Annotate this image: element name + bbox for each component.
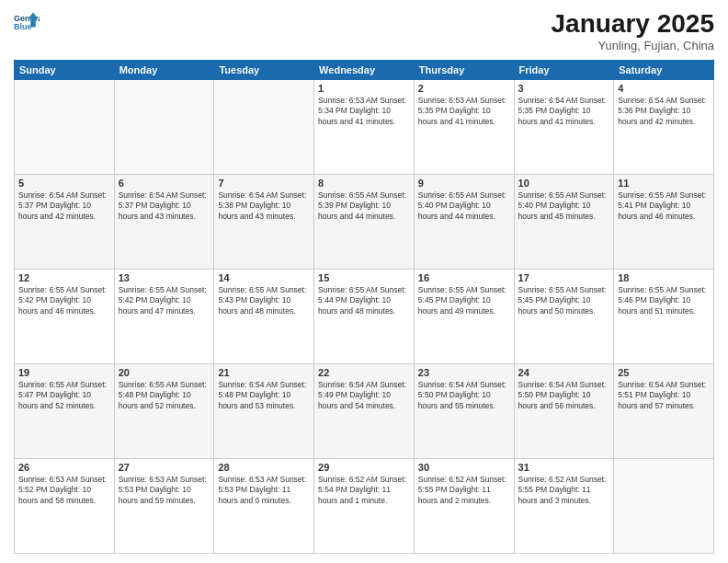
cell-info: Sunrise: 6:55 AM Sunset: 5:40 PM Dayligh… <box>418 190 510 222</box>
cell-info: Sunrise: 6:53 AM Sunset: 5:53 PM Dayligh… <box>119 475 210 506</box>
cell-w3-d2: 13Sunrise: 6:55 AM Sunset: 5:42 PM Dayli… <box>114 270 214 364</box>
day-number: 22 <box>318 367 410 378</box>
svg-text:Blue: Blue <box>14 22 32 31</box>
cell-w4-d3: 21Sunrise: 6:54 AM Sunset: 5:48 PM Dayli… <box>214 364 314 459</box>
logo-icon: General Blue <box>14 9 40 35</box>
col-wednesday: Wednesday <box>314 61 415 80</box>
day-number: 14 <box>218 272 310 283</box>
cell-w1-d2 <box>114 80 214 175</box>
cell-w3-d1: 12Sunrise: 6:55 AM Sunset: 5:42 PM Dayli… <box>15 270 115 364</box>
cell-info: Sunrise: 6:54 AM Sunset: 5:37 PM Dayligh… <box>119 190 210 222</box>
cell-info: Sunrise: 6:54 AM Sunset: 5:49 PM Dayligh… <box>318 380 410 411</box>
day-number: 20 <box>119 367 210 378</box>
cell-w5-d5: 30Sunrise: 6:52 AM Sunset: 5:55 PM Dayli… <box>414 459 514 554</box>
cell-info: Sunrise: 6:55 AM Sunset: 5:42 PM Dayligh… <box>119 285 210 316</box>
cell-info: Sunrise: 6:54 AM Sunset: 5:50 PM Dayligh… <box>418 380 510 411</box>
cell-w1-d5: 2Sunrise: 6:53 AM Sunset: 5:35 PM Daylig… <box>414 80 514 175</box>
cell-w5-d6: 31Sunrise: 6:52 AM Sunset: 5:55 PM Dayli… <box>514 459 614 554</box>
day-number: 8 <box>318 178 410 189</box>
day-number: 16 <box>418 272 510 283</box>
month-title: January 2025 <box>552 9 714 39</box>
cell-info: Sunrise: 6:52 AM Sunset: 5:55 PM Dayligh… <box>518 475 610 506</box>
col-tuesday: Tuesday <box>214 61 314 80</box>
cell-w5-d1: 26Sunrise: 6:53 AM Sunset: 5:52 PM Dayli… <box>15 459 115 554</box>
cell-w5-d4: 29Sunrise: 6:52 AM Sunset: 5:54 PM Dayli… <box>314 459 415 554</box>
cell-w3-d6: 17Sunrise: 6:55 AM Sunset: 5:45 PM Dayli… <box>514 270 614 364</box>
day-number: 26 <box>18 462 110 473</box>
cell-info: Sunrise: 6:55 AM Sunset: 5:45 PM Dayligh… <box>418 285 510 316</box>
day-number: 25 <box>618 367 710 378</box>
cell-w4-d6: 24Sunrise: 6:54 AM Sunset: 5:50 PM Dayli… <box>514 364 614 459</box>
cell-info: Sunrise: 6:55 AM Sunset: 5:48 PM Dayligh… <box>119 380 210 411</box>
cell-w2-d6: 10Sunrise: 6:55 AM Sunset: 5:40 PM Dayli… <box>514 175 614 270</box>
cell-info: Sunrise: 6:54 AM Sunset: 5:48 PM Dayligh… <box>218 380 310 411</box>
cell-w1-d6: 3Sunrise: 6:54 AM Sunset: 5:35 PM Daylig… <box>514 80 614 175</box>
cell-info: Sunrise: 6:55 AM Sunset: 5:40 PM Dayligh… <box>518 190 610 222</box>
cell-info: Sunrise: 6:53 AM Sunset: 5:35 PM Dayligh… <box>418 96 510 127</box>
cell-info: Sunrise: 6:55 AM Sunset: 5:39 PM Dayligh… <box>318 190 410 222</box>
cell-info: Sunrise: 6:52 AM Sunset: 5:54 PM Dayligh… <box>318 475 410 506</box>
day-number: 4 <box>618 83 710 94</box>
day-number: 5 <box>18 178 110 189</box>
cell-w4-d4: 22Sunrise: 6:54 AM Sunset: 5:49 PM Dayli… <box>314 364 415 459</box>
cell-w2-d1: 5Sunrise: 6:54 AM Sunset: 5:37 PM Daylig… <box>15 175 115 270</box>
cell-w3-d3: 14Sunrise: 6:55 AM Sunset: 5:43 PM Dayli… <box>214 270 314 364</box>
day-number: 10 <box>518 178 610 189</box>
col-thursday: Thursday <box>414 61 514 80</box>
day-number: 28 <box>218 462 310 473</box>
day-number: 9 <box>418 178 510 189</box>
day-number: 7 <box>218 178 310 189</box>
day-number: 2 <box>418 83 510 94</box>
cell-w4-d7: 25Sunrise: 6:54 AM Sunset: 5:51 PM Dayli… <box>614 364 714 459</box>
day-number: 3 <box>518 83 610 94</box>
week-row-3: 12Sunrise: 6:55 AM Sunset: 5:42 PM Dayli… <box>15 270 714 364</box>
cell-info: Sunrise: 6:55 AM Sunset: 5:44 PM Dayligh… <box>318 285 410 316</box>
cell-info: Sunrise: 6:54 AM Sunset: 5:38 PM Dayligh… <box>218 190 310 222</box>
week-row-1: 1Sunrise: 6:53 AM Sunset: 5:34 PM Daylig… <box>15 80 714 175</box>
cell-w2-d2: 6Sunrise: 6:54 AM Sunset: 5:37 PM Daylig… <box>114 175 214 270</box>
cell-w3-d5: 16Sunrise: 6:55 AM Sunset: 5:45 PM Dayli… <box>414 270 514 364</box>
day-number: 31 <box>518 462 610 473</box>
cell-w3-d7: 18Sunrise: 6:55 AM Sunset: 5:46 PM Dayli… <box>614 270 714 364</box>
cell-w1-d4: 1Sunrise: 6:53 AM Sunset: 5:34 PM Daylig… <box>314 80 415 175</box>
cell-info: Sunrise: 6:55 AM Sunset: 5:43 PM Dayligh… <box>218 285 310 316</box>
subtitle: Yunling, Fujian, China <box>552 39 714 52</box>
day-number: 21 <box>218 367 310 378</box>
calendar-table: Sunday Monday Tuesday Wednesday Thursday… <box>14 60 714 554</box>
cell-info: Sunrise: 6:54 AM Sunset: 5:37 PM Dayligh… <box>18 190 110 222</box>
day-number: 1 <box>318 83 410 94</box>
cell-info: Sunrise: 6:54 AM Sunset: 5:50 PM Dayligh… <box>518 380 610 411</box>
col-monday: Monday <box>114 61 214 80</box>
cell-info: Sunrise: 6:53 AM Sunset: 5:34 PM Dayligh… <box>318 96 410 127</box>
cell-info: Sunrise: 6:53 AM Sunset: 5:53 PM Dayligh… <box>218 475 310 506</box>
cell-w1-d3 <box>214 80 314 175</box>
day-number: 30 <box>418 462 510 473</box>
day-number: 11 <box>618 178 710 189</box>
cell-info: Sunrise: 6:54 AM Sunset: 5:51 PM Dayligh… <box>618 380 710 411</box>
title-block: January 2025 Yunling, Fujian, China <box>552 9 714 52</box>
day-number: 19 <box>18 367 110 378</box>
cell-w2-d5: 9Sunrise: 6:55 AM Sunset: 5:40 PM Daylig… <box>414 175 514 270</box>
cell-info: Sunrise: 6:54 AM Sunset: 5:35 PM Dayligh… <box>518 96 610 127</box>
cell-w2-d3: 7Sunrise: 6:54 AM Sunset: 5:38 PM Daylig… <box>214 175 314 270</box>
cell-w5-d7 <box>614 459 714 554</box>
cell-w1-d7: 4Sunrise: 6:54 AM Sunset: 5:36 PM Daylig… <box>614 80 714 175</box>
day-number: 18 <box>618 272 710 283</box>
cell-w1-d1 <box>15 80 115 175</box>
page: General Blue January 2025 Yunling, Fujia… <box>0 0 728 563</box>
cell-w5-d3: 28Sunrise: 6:53 AM Sunset: 5:53 PM Dayli… <box>214 459 314 554</box>
cell-w4-d2: 20Sunrise: 6:55 AM Sunset: 5:48 PM Dayli… <box>114 364 214 459</box>
cell-info: Sunrise: 6:55 AM Sunset: 5:46 PM Dayligh… <box>618 285 710 316</box>
day-number: 13 <box>119 272 210 283</box>
day-number: 6 <box>119 178 210 189</box>
week-row-2: 5Sunrise: 6:54 AM Sunset: 5:37 PM Daylig… <box>15 175 714 270</box>
cell-info: Sunrise: 6:55 AM Sunset: 5:47 PM Dayligh… <box>18 380 110 411</box>
cell-w4-d1: 19Sunrise: 6:55 AM Sunset: 5:47 PM Dayli… <box>15 364 115 459</box>
day-number: 29 <box>318 462 410 473</box>
day-number: 17 <box>518 272 610 283</box>
cell-w3-d4: 15Sunrise: 6:55 AM Sunset: 5:44 PM Dayli… <box>314 270 415 364</box>
cell-info: Sunrise: 6:53 AM Sunset: 5:52 PM Dayligh… <box>18 475 110 506</box>
cell-w2-d4: 8Sunrise: 6:55 AM Sunset: 5:39 PM Daylig… <box>314 175 415 270</box>
cell-info: Sunrise: 6:55 AM Sunset: 5:45 PM Dayligh… <box>518 285 610 316</box>
cell-w2-d7: 11Sunrise: 6:55 AM Sunset: 5:41 PM Dayli… <box>614 175 714 270</box>
